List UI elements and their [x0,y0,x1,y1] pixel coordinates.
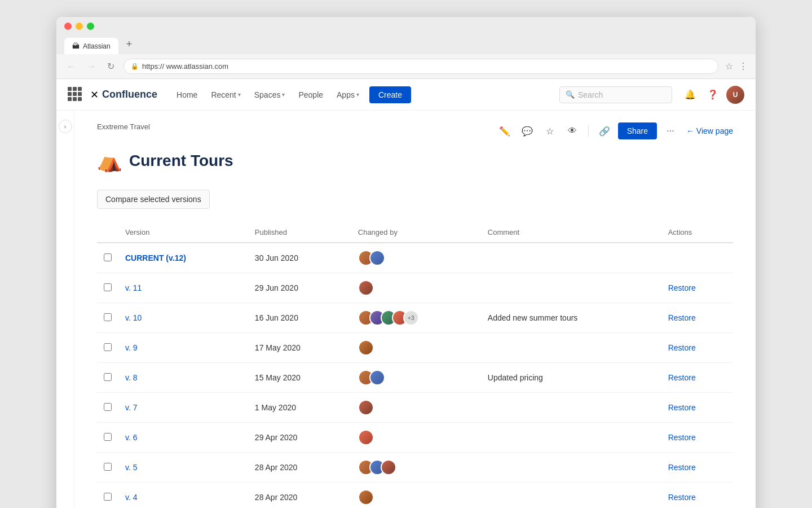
col-published: Published [248,222,351,243]
comment-cell [481,453,661,483]
restore-link[interactable]: Restore [668,403,696,412]
published-cell: 1 May 2020 [248,393,351,423]
view-page-button[interactable]: ← View page [686,126,733,135]
address-input[interactable]: 🔒 https:// www.atlassian.com [123,59,718,74]
actions-cell: Restore [661,423,733,453]
col-version: Version [118,222,248,243]
traffic-light-red[interactable] [64,23,72,30]
avatar [381,459,396,475]
version-checkbox[interactable] [104,283,112,291]
version-link[interactable]: v. 10 [125,313,142,322]
restore-link[interactable]: Restore [668,463,696,472]
traffic-light-yellow[interactable] [76,23,83,30]
search-placeholder: Search [578,90,603,99]
watch-button[interactable]: 👁 [563,122,581,140]
create-button[interactable]: Create [369,86,411,103]
version-link[interactable]: v. 5 [125,463,138,472]
avatar [358,430,374,445]
version-link[interactable]: v. 8 [125,373,138,382]
restore-link[interactable]: Restore [668,493,696,502]
version-checkbox[interactable] [104,463,112,471]
table-row: v. 428 Apr 2020Restore [97,483,733,509]
row-checkbox-cell [97,483,118,509]
col-actions: Actions [661,222,733,243]
comment-cell [481,483,661,509]
user-avatar[interactable]: U [726,86,744,104]
sidebar-toggle-button[interactable]: › [59,120,72,133]
nav-recent[interactable]: Recent ▾ [205,87,246,103]
avatar [369,370,385,386]
actions-cell: Restore [661,453,733,483]
version-checkbox[interactable] [104,403,112,411]
restore-link[interactable]: Restore [668,373,696,382]
star-button[interactable]: ☆ [541,122,559,140]
version-link[interactable]: v. 9 [125,343,138,352]
version-cell: v. 11 [118,273,248,303]
more-options-icon[interactable]: ⋮ [739,61,748,72]
nav-spaces[interactable]: Spaces ▾ [249,87,291,103]
comment-cell [481,393,661,423]
share-button[interactable]: Share [618,122,657,139]
new-tab-button[interactable]: + [120,34,139,54]
table-row: v. 629 Apr 2020Restore [97,423,733,453]
version-link[interactable]: v. 6 [125,433,138,442]
version-cell: v. 7 [118,393,248,423]
col-comment: Comment [481,222,661,243]
version-checkbox[interactable] [104,253,112,261]
page-content-area: Exxtreme Travel ✏️ 💬 ☆ 👁 🔗 Share ··· ← V… [74,111,756,508]
version-link[interactable]: v. 7 [125,403,138,412]
browser-tab[interactable]: 🏔 Atlassian [64,38,118,54]
restore-link[interactable]: Restore [668,433,696,442]
version-checkbox[interactable] [104,493,112,501]
nav-apps[interactable]: Apps ▾ [331,87,365,103]
copy-link-button[interactable]: 🔗 [595,122,614,140]
nav-home[interactable]: Home [171,87,203,103]
page-emoji: ⛺ [97,149,122,173]
comment-button[interactable]: 💬 [518,122,536,140]
comment-cell [481,333,661,363]
version-link[interactable]: v. 4 [125,493,138,502]
compare-versions-button[interactable]: Compare selected versions [97,190,210,209]
table-row: v. 917 May 2020Restore [97,333,733,363]
changed-by-cell: +3 [351,303,481,333]
notifications-button[interactable]: 🔔 [681,86,699,104]
actions-cell: Restore [661,393,733,423]
row-checkbox-cell [97,333,118,363]
version-checkbox[interactable] [104,433,112,441]
restore-link[interactable]: Restore [668,343,696,352]
avatar [358,489,374,505]
version-link[interactable]: v. 11 [125,283,142,292]
search-box[interactable]: 🔍 Search [559,86,672,103]
edit-button[interactable]: ✏️ [496,122,514,140]
version-checkbox[interactable] [104,343,112,351]
forward-button[interactable]: → [85,60,98,73]
page-title: Current Tours [129,152,233,170]
actions-cell: Restore [661,333,733,363]
more-actions-button[interactable]: ··· [661,122,679,140]
traffic-light-green[interactable] [87,23,94,30]
apps-grid-icon[interactable] [68,87,83,103]
version-checkbox[interactable] [104,313,112,321]
published-cell: 28 Apr 2020 [248,483,351,509]
restore-link[interactable]: Restore [668,283,696,292]
page-title-area: ⛺ Current Tours [97,149,733,173]
published-cell: 16 Jun 2020 [248,303,351,333]
nav-people[interactable]: People [293,87,329,103]
version-link[interactable]: CURRENT (v.12) [125,253,186,262]
bookmark-icon[interactable]: ☆ [725,61,733,72]
avatar [358,400,374,415]
restore-link[interactable]: Restore [668,313,696,322]
versions-table: Version Published Changed by Comment Act… [97,222,733,508]
row-checkbox-cell [97,303,118,333]
back-button[interactable]: ← [64,60,78,73]
avatar-count-badge: +3 [403,310,419,326]
confluence-logo[interactable]: ✕ Confluence [90,89,157,101]
published-cell: 17 May 2020 [248,333,351,363]
version-checkbox[interactable] [104,373,112,381]
tab-title: Atlassian [83,42,111,50]
refresh-button[interactable]: ↻ [105,60,117,73]
table-row: CURRENT (v.12)30 Jun 2020 [97,243,733,273]
top-navigation: ✕ Confluence Home Recent ▾ Spaces ▾ Peop… [56,79,756,111]
changed-by-cell [351,363,481,393]
help-button[interactable]: ❓ [704,86,722,104]
